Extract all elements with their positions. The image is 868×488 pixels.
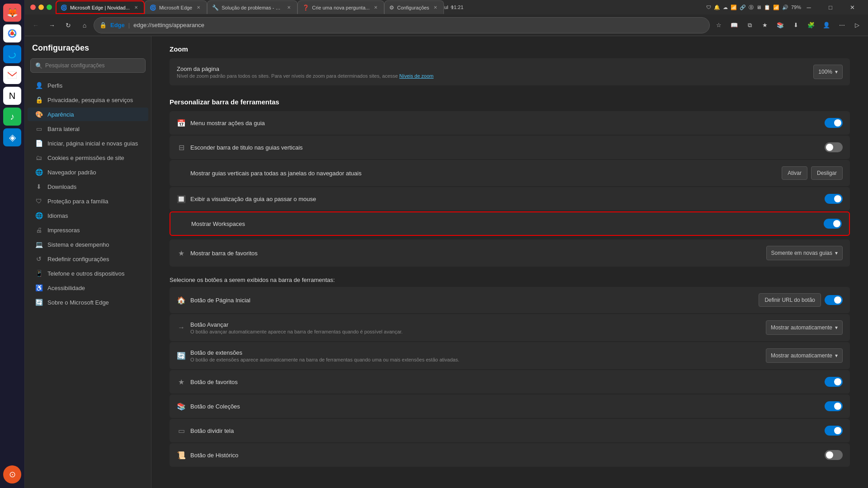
taskbar-spotify[interactable]: ♪ [3,108,21,126]
address-bar[interactable]: 🔒 Edge | edge://settings/appearance [94,17,710,33]
favorites-row: ★ Mostrar barra de favoritos Somente em … [170,239,850,267]
define-url-btn[interactable]: Definir URL do botão [759,293,821,307]
tab-favicon-3: ❓ [302,5,309,11]
sidebar-item-label-idiomas: Idiomas [47,212,68,219]
minimize-window-btn[interactable] [38,5,44,10]
sidebar-item-impressoras[interactable]: 🖨 Impressoras [28,223,148,237]
sidebar-item-navegador[interactable]: 🌐 Navegador padrão [28,165,148,179]
refresh-button[interactable]: ↻ [61,18,75,33]
tab-0[interactable]: 🌀 Microsoft Edge | Novidad... ✕ [56,0,145,14]
favorites-icon[interactable]: ☆ [712,18,726,33]
sidebar-item-sobre[interactable]: 🔄 Sobre o Microsoft Edge [28,296,148,309]
btn-dropdown-arrow-1: ▾ [835,324,838,331]
sidebar-item-sistema[interactable]: 💻 Sistema e desempenho [28,238,148,251]
profile-icon[interactable]: 👤 [819,18,834,33]
tab-close-2[interactable]: ✕ [285,4,292,11]
download-icon[interactable]: ⬇ [788,18,803,33]
sobre-icon: 🔄 [35,299,43,306]
sidebar-item-cookies[interactable]: 🗂 Cookies e permissões de site [28,151,148,164]
btn-icon-0: 🏠 [177,296,186,305]
barra-lateral-icon: ▭ [35,125,43,132]
toolbar-label-0: Menu mostrar ações da guia [190,120,825,127]
toolbar-toggle-3[interactable] [825,194,843,204]
zoom-link[interactable]: Níveis de zoom [399,73,434,79]
tab-close-4[interactable]: ✕ [432,4,439,11]
extensions-icon[interactable]: 🧩 [804,18,818,33]
close-btn[interactable]: ✕ [842,0,863,14]
impressoras-icon: 🖨 [35,226,43,234]
sidebar-item-aparencia[interactable]: 🎨 Aparência [28,108,148,121]
taskbar-ubuntu[interactable]: ⊙ [3,465,21,483]
toolbar-desligar-btn[interactable]: Desligar [811,166,843,180]
taskbar-gmail[interactable] [3,66,21,84]
sidebar-item-label-sobre: Sobre o Microsoft Edge [47,299,109,306]
sidebar-item-downloads[interactable]: ⬇ Downloads [28,180,148,193]
restore-btn[interactable]: □ [820,0,841,14]
redefinir-icon: ↺ [35,255,43,263]
tab-4[interactable]: ⚙ Configurações ✕ [384,0,444,14]
sidebar-item-label-telefone: Telefone e outros dispositivos [47,270,125,277]
sistema-icon: 💻 [35,241,43,248]
reading-mode-icon[interactable]: 📖 [727,18,741,33]
tray-bell: 🔔 [714,5,720,10]
taskbar-notion[interactable]: N [3,87,21,105]
toolbar-label-3: Exibir a visualização da guia ao passar … [190,196,825,202]
tab-favicon-1: 🌀 [150,5,156,11]
toolbar-toggle-1[interactable] [825,142,843,152]
btn-dropdown-1[interactable]: Mostrar automaticamente ▾ [766,320,843,335]
tab-1[interactable]: 🌀 Microsoft Edge ✕ [145,0,207,14]
sidebar-search-input[interactable] [45,62,141,69]
maximize-window-btn[interactable] [47,5,52,10]
downloads-icon: ⬇ [35,183,43,190]
telefone-icon: 📱 [35,270,43,277]
btn-toggle-6[interactable] [825,450,843,460]
tab-2[interactable]: 🔧 Solução de problemas - S... ✕ [207,0,297,14]
address-separator: | [128,22,130,28]
aparencia-icon: 🎨 [35,111,43,118]
tab-3[interactable]: ❓ Crie uma nova pergunta... ✕ [297,0,384,14]
btn-toggle-4[interactable] [825,401,843,411]
tray-sound: 🔊 [782,5,788,10]
close-window-btn[interactable] [30,5,36,10]
window-action-buttons: ─ □ ✕ [795,0,866,14]
taskbar-chrome[interactable] [3,24,21,42]
sidebar-item-perfis[interactable]: 👤 Perfis [28,79,148,92]
favorites-dropdown[interactable]: Somente em novas guias ▾ [766,246,843,260]
split-view-icon[interactable]: ⧉ [742,18,757,33]
sidebar-item-redefinir[interactable]: ↺ Redefinir configurações [28,252,148,266]
browser-window: 26 de jul 11:21 🌀 Microsoft Edge | Novid… [25,0,868,488]
tab-close-0[interactable]: ✕ [132,4,140,11]
select-buttons-label: Selecione os botões a serem exibidos na … [170,270,850,287]
forward-button[interactable]: → [45,18,59,33]
sidebar-item-acessibilidade[interactable]: ♿ Acessibilidade [28,281,148,295]
back-button[interactable]: ← [28,18,43,33]
toolbar-toggle-4[interactable] [824,219,842,229]
zoom-dropdown[interactable]: 100% ▾ [813,65,843,79]
taskbar-edge[interactable] [3,45,21,63]
toolbar-toggle-0[interactable] [825,118,843,128]
sidebar-item-telefone[interactable]: 📱 Telefone e outros dispositivos [28,267,148,280]
home-button[interactable]: ⌂ [77,18,92,33]
toolbar-ativar-btn[interactable]: Ativar [782,166,807,180]
more-actions-icon[interactable]: ⋯ [835,18,849,33]
taskbar-vscode[interactable]: ◈ [3,128,21,146]
taskbar: 🦊 N ♪ ◈ ⊙ [0,0,25,488]
sidebar-item-iniciar[interactable]: 📄 Iniciar, página inicial e novas guias [28,136,148,150]
sidebar-item-idiomas[interactable]: 🌐 Idiomas [28,209,148,222]
taskbar-firefox[interactable]: 🦊 [3,4,21,22]
collections-icon[interactable]: 📚 [773,18,788,33]
sidebar-search-icon: 🔍 [35,62,42,69]
sidebar-item-privacidade[interactable]: 🔒 Privacidade, pesquisa e serviços [28,93,148,107]
tab-close-3[interactable]: ✕ [372,4,379,11]
btn-toggle-5[interactable] [825,426,843,436]
favorites-add-icon[interactable]: ★ [758,18,772,33]
sidebar-item-barra-lateral[interactable]: ▭ Barra lateral [28,122,148,136]
sidebar-toggle-icon[interactable]: ▷ [850,18,864,33]
tab-close-1[interactable]: ✕ [195,4,202,11]
nav-bar: ← → ↻ ⌂ 🔒 Edge | edge://settings/appeara… [25,14,868,36]
btn-toggle-0[interactable] [825,295,843,305]
toolbar-label-1: Esconder barra de titulo nas guias verti… [190,144,825,151]
btn-dropdown-2[interactable]: Mostrar automaticamente ▾ [766,348,843,363]
btn-toggle-3[interactable] [825,377,843,387]
sidebar-item-protecao[interactable]: 🛡 Proteção para a família [28,194,148,208]
